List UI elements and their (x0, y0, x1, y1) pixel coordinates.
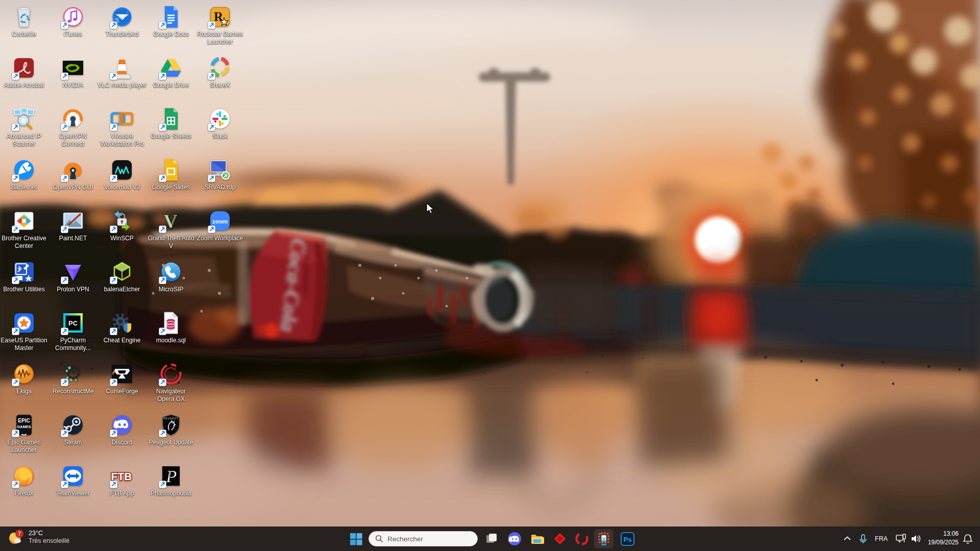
svg-text:GAMES: GAMES (17, 424, 31, 429)
svg-text:Ps: Ps (623, 535, 631, 543)
svg-text:zoom: zoom (212, 218, 228, 224)
svg-text:EPIC: EPIC (18, 418, 30, 423)
svg-text:PC: PC (68, 319, 78, 327)
svg-text:z: z (969, 534, 971, 538)
svg-text:FTB: FTB (111, 470, 132, 482)
svg-text:7: 7 (18, 531, 21, 537)
svg-text:PEUGEOT: PEUGEOT (163, 417, 178, 420)
